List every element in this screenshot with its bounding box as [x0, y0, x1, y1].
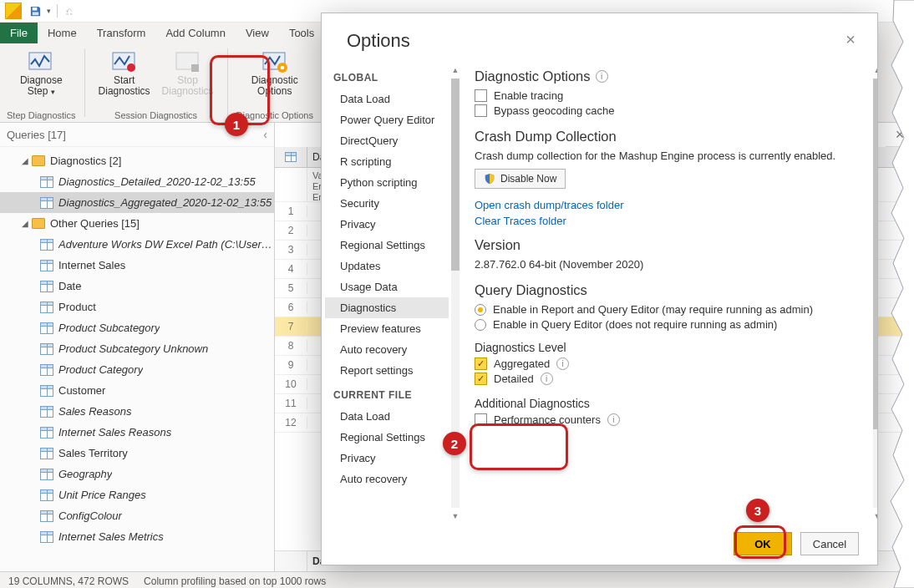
group-title: Diagnostic Options: [236, 109, 313, 122]
tree-item[interactable]: Adventure Works DW Excel Path (C:\Users\…: [0, 234, 274, 255]
scroll-up-icon[interactable]: ▲: [871, 63, 877, 77]
table-icon: [40, 385, 53, 397]
nav-item[interactable]: Regional Settings: [325, 235, 462, 256]
cancel-button[interactable]: Cancel: [800, 532, 859, 555]
save-icon[interactable]: [27, 3, 43, 19]
open-crash-folder-link[interactable]: Open crash dump/traces folder: [475, 199, 867, 211]
tree-item[interactable]: Product Subcategory: [0, 317, 274, 338]
item-label: Product Subcategory Unknown: [58, 342, 208, 355]
tree-item[interactable]: ConfigColour: [0, 505, 274, 526]
collapse-pane-icon[interactable]: ‹: [263, 128, 267, 141]
nav-group-heading: GLOBAL: [325, 63, 462, 89]
bypass-geocoding-checkbox[interactable]: Bypass geocoding cache: [475, 104, 867, 117]
item-label: Internet Sales Metrics: [58, 530, 164, 543]
radio-label: Enable in Report and Query Editor (may r…: [493, 303, 813, 316]
nav-scrollbar[interactable]: ▲ ▼: [449, 63, 462, 523]
content-scrollbar[interactable]: ▲ ▼: [871, 63, 877, 523]
nav-item[interactable]: Privacy: [325, 214, 462, 235]
nav-item[interactable]: Preview features: [325, 318, 462, 339]
enable-tracing-checkbox[interactable]: Enable tracing: [475, 89, 867, 102]
performance-counters-checkbox[interactable]: Performance counters i: [475, 413, 867, 426]
nav-item[interactable]: Python scripting: [325, 172, 462, 193]
tree-item[interactable]: Internet Sales: [0, 255, 274, 276]
info-icon[interactable]: i: [596, 70, 608, 83]
nav-item[interactable]: Auto recovery: [325, 339, 462, 360]
nav-item[interactable]: R scripting: [325, 151, 462, 172]
folder-icon: [32, 218, 45, 230]
tree-item[interactable]: Internet Sales Reasons: [0, 422, 274, 443]
nav-item[interactable]: DirectQuery: [325, 130, 462, 151]
close-formula-bar-icon[interactable]: ×: [886, 123, 914, 147]
nav-item[interactable]: Security: [325, 193, 462, 214]
folder-label: Diagnostics [2]: [50, 155, 121, 167]
nav-item[interactable]: Updates: [325, 256, 462, 276]
checkbox-label: Aggregated: [494, 357, 550, 370]
nav-item[interactable]: Usage Data: [325, 276, 462, 297]
close-icon[interactable]: ×: [845, 30, 856, 49]
queries-title: Queries [17]: [7, 129, 66, 141]
detailed-checkbox[interactable]: Detailed i: [475, 373, 867, 385]
qat-dropdown-icon[interactable]: ▾: [43, 3, 53, 19]
scroll-down-icon[interactable]: ▼: [449, 509, 462, 523]
enable-report-editor-radio[interactable]: Enable in Report and Query Editor (may r…: [475, 303, 867, 316]
scroll-up-icon[interactable]: ▲: [449, 63, 462, 77]
undo-icon[interactable]: ⎌: [61, 3, 78, 19]
tab-transform[interactable]: Transform: [87, 23, 156, 43]
table-icon: [40, 531, 53, 543]
tree-item[interactable]: Product: [0, 297, 274, 317]
diagnostic-options-button[interactable]: Diagnostic Options: [246, 45, 303, 99]
item-label: Geography: [58, 468, 112, 480]
info-icon[interactable]: i: [556, 357, 569, 370]
tree-item[interactable]: Diagnostics_Detailed_2020-12-02_13:55: [0, 171, 274, 192]
item-label: Diagnostics_Detailed_2020-12-02_13:55: [58, 175, 256, 188]
btn-label: Disable Now: [500, 173, 556, 185]
tree-item[interactable]: Product Subcategory Unknown: [0, 338, 274, 359]
nav-item[interactable]: Privacy: [325, 448, 462, 469]
clear-traces-link[interactable]: Clear Traces folder: [475, 215, 867, 227]
tree-item[interactable]: Internet Sales Metrics: [0, 526, 274, 547]
tree-item[interactable]: Geography: [0, 464, 274, 484]
tree-item[interactable]: Unit Price Ranges: [0, 484, 274, 505]
row-number: 1: [275, 205, 307, 217]
item-label: Diagnostics_Aggregated_2020-12-02_13:55: [58, 196, 272, 209]
stop-diagnostics-button[interactable]: Stop Diagnostics: [157, 45, 219, 99]
aggregated-checkbox[interactable]: Aggregated i: [475, 357, 867, 370]
nav-item[interactable]: Auto recovery: [325, 469, 462, 489]
tab-home[interactable]: Home: [38, 23, 87, 43]
nav-item[interactable]: Regional Settings: [325, 427, 462, 448]
enable-query-editor-radio[interactable]: Enable in Query Editor (does not require…: [475, 318, 867, 331]
status-columns-rows: 19 COLUMNS, 472 ROWS: [8, 575, 129, 587]
tree-folder[interactable]: ◢Other Queries [15]: [0, 213, 274, 234]
tab-view[interactable]: View: [236, 23, 279, 43]
expand-icon[interactable]: ◢: [20, 219, 30, 229]
info-icon[interactable]: i: [607, 413, 620, 426]
info-icon[interactable]: i: [541, 373, 553, 385]
nav-item[interactable]: Report settings: [325, 360, 462, 381]
nav-item[interactable]: Diagnostics: [325, 297, 462, 318]
diagnose-step-button[interactable]: Diagnose Step ▾: [15, 45, 68, 99]
nav-item[interactable]: Data Load: [325, 89, 462, 109]
nav-item[interactable]: Data Load: [325, 406, 462, 427]
table-icon: [40, 197, 53, 209]
tree-item[interactable]: Date: [0, 276, 274, 297]
ok-button[interactable]: OK: [734, 532, 792, 555]
row-gutter-icon[interactable]: [275, 147, 307, 167]
tree-item[interactable]: Sales Territory: [0, 443, 274, 464]
tab-add-column[interactable]: Add Column: [155, 23, 236, 43]
tree-item[interactable]: Product Category: [0, 359, 274, 380]
tree-folder[interactable]: ◢Diagnostics [2]: [0, 150, 274, 171]
tab-tools[interactable]: Tools: [279, 23, 324, 43]
separator: [57, 4, 58, 18]
tree-item[interactable]: Customer: [0, 380, 274, 401]
nav-item[interactable]: Power Query Editor: [325, 109, 462, 130]
disable-now-button[interactable]: Disable Now: [475, 169, 566, 189]
expand-icon[interactable]: ◢: [20, 156, 30, 166]
tree-item[interactable]: Sales Reasons: [0, 401, 274, 422]
tree-item[interactable]: Diagnostics_Aggregated_2020-12-02_13:55: [0, 192, 274, 213]
table-icon: [40, 239, 53, 251]
scroll-down-icon[interactable]: ▼: [871, 509, 877, 523]
options-content: Diagnostic Optionsi Enable tracing Bypas…: [462, 63, 877, 523]
start-diagnostics-button[interactable]: Start Diagnostics: [94, 45, 155, 99]
item-label: Sales Reasons: [58, 405, 131, 418]
tab-file[interactable]: File: [0, 23, 38, 43]
